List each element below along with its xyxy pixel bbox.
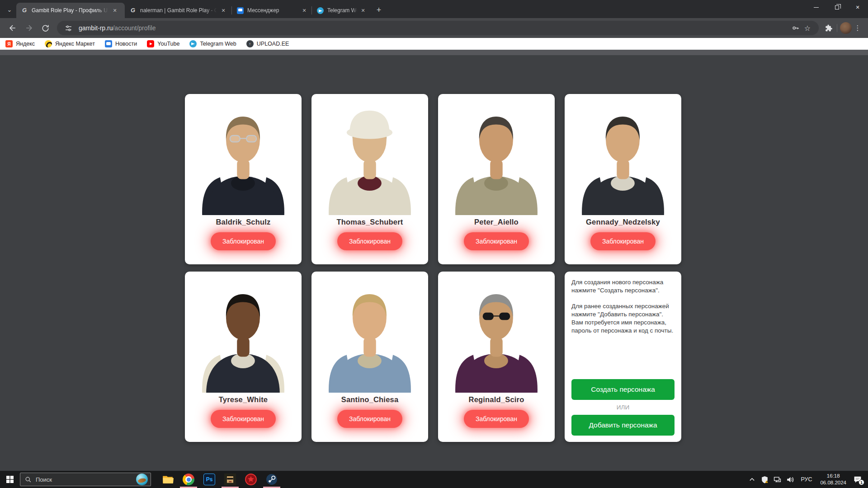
yandex-icon: Я xyxy=(5,40,13,47)
tray-chevron-icon[interactable] xyxy=(746,473,757,486)
bookmark-telegram-web[interactable]: Telegram Web xyxy=(189,40,236,47)
tab-gambit-profile[interactable]: G Gambit Role Play - Профиль U ✕ xyxy=(16,3,125,18)
info-paragraph-2: Для ранее созданных персонажей нажмите "… xyxy=(571,302,675,335)
close-window-button[interactable]: ✕ xyxy=(847,0,868,14)
bookmark-youtube[interactable]: YouTube xyxy=(147,40,179,47)
bookmark-label: Яндекс xyxy=(16,41,35,47)
browser-window: ⌄ G Gambit Role Play - Профиль U ✕ G nal… xyxy=(0,0,868,488)
tab-title: Мессенджер xyxy=(247,7,298,14)
bookmark-news[interactable]: Новости xyxy=(105,40,137,47)
date: 06.08.2024 xyxy=(820,480,846,485)
restore-button[interactable] xyxy=(826,0,847,14)
extensions-puzzle-icon[interactable] xyxy=(822,22,834,34)
bookmark-yandex[interactable]: Я Яндекс xyxy=(5,40,35,47)
tab-close-icon[interactable]: ✕ xyxy=(220,7,227,14)
tab-strip-chevron-icon[interactable]: ⌄ xyxy=(4,3,15,16)
forward-icon[interactable] xyxy=(22,21,36,35)
tab-title: Gambit Role Play - Профиль U xyxy=(32,7,108,14)
tab-messenger[interactable]: Мессенджер ✕ xyxy=(232,3,311,18)
character-portrait xyxy=(186,94,300,215)
blocked-status-button[interactable]: Заблокирован xyxy=(337,232,402,250)
defender-shield-icon[interactable] xyxy=(759,473,770,486)
character-name: Gennady_Nedzelsky xyxy=(586,218,660,226)
back-icon[interactable] xyxy=(6,21,19,35)
character-name: Tyrese_White xyxy=(219,395,268,404)
tab-close-icon[interactable]: ✕ xyxy=(360,7,366,14)
blocked-status-button[interactable]: Заблокирован xyxy=(337,410,402,428)
photoshop-icon[interactable]: Ps xyxy=(199,471,220,488)
gta-sa-icon[interactable] xyxy=(220,471,241,488)
red-game-icon[interactable] xyxy=(241,471,261,488)
character-cards-grid: Baldrik_Schulz Заблокирован xyxy=(185,94,681,442)
new-tab-button[interactable]: + xyxy=(373,4,385,16)
character-card: Reginald_Sciro Заблокирован xyxy=(438,272,555,442)
character-card: Tyrese_White Заблокирован xyxy=(185,272,302,442)
file-explorer-icon[interactable] xyxy=(157,471,178,488)
blocked-status-button[interactable]: Заблокирован xyxy=(590,232,656,250)
blocked-status-button[interactable]: Заблокирован xyxy=(211,410,276,428)
character-name: Reginald_Sciro xyxy=(469,395,524,404)
tab-title: Telegram Web xyxy=(327,7,357,14)
character-name: Baldrik_Schulz xyxy=(216,218,270,226)
search-icon xyxy=(25,476,32,483)
character-portrait xyxy=(439,272,553,393)
language-indicator[interactable]: РУС xyxy=(797,476,816,483)
notifications-icon[interactable]: 1 xyxy=(851,473,864,486)
bookmarks-bar: Я Яндекс Яндекс Маркет Новости YouTube T… xyxy=(0,38,868,50)
character-card: Gennady_Nedzelsky Заблокирован xyxy=(565,94,681,264)
bookmark-label: Telegram Web xyxy=(200,41,236,47)
profile-avatar[interactable] xyxy=(840,22,852,34)
chrome-icon[interactable] xyxy=(178,471,199,488)
url-text[interactable]: gambit-rp.ru/account/profile xyxy=(79,24,790,32)
tab-strip: ⌄ G Gambit Role Play - Профиль U ✕ G nal… xyxy=(0,0,868,18)
character-card: Thomas_Schubert Заблокирован xyxy=(311,94,428,264)
minimize-button[interactable] xyxy=(806,0,826,14)
character-name: Peter_Aiello xyxy=(474,218,519,226)
character-card: Peter_Aiello Заблокирован xyxy=(438,94,555,264)
create-character-panel: Для создания нового персонажа нажмите "С… xyxy=(565,272,681,442)
character-card: Santino_Chiesa Заблокирован xyxy=(311,272,428,442)
steam-icon[interactable] xyxy=(261,471,282,488)
blocked-status-button[interactable]: Заблокирован xyxy=(464,232,529,250)
start-button[interactable] xyxy=(0,471,20,488)
tab-gambit-nalerman[interactable]: G nalerman | Gambit Role Play - G ✕ xyxy=(125,3,231,18)
bookmark-upload-ee[interactable]: ↑ UPLOAD.EE xyxy=(246,40,289,47)
network-icon[interactable] xyxy=(772,473,783,486)
page-top-strip xyxy=(0,50,868,55)
windows-taskbar: Поиск Ps xyxy=(0,471,868,488)
tab-telegram-web[interactable]: Telegram Web ✕ xyxy=(312,3,370,18)
blocked-status-button[interactable]: Заблокирован xyxy=(464,410,529,428)
character-portrait xyxy=(186,272,300,393)
character-name: Thomas_Schubert xyxy=(337,218,403,226)
address-bar[interactable]: gambit-rp.ru/account/profile ☆ xyxy=(57,21,819,35)
gambit-favicon-icon: G xyxy=(129,7,137,14)
clock[interactable]: 16:18 06.08.2024 xyxy=(817,473,849,486)
taskbar-search-input[interactable]: Поиск xyxy=(20,473,151,486)
character-portrait xyxy=(313,94,427,215)
site-settings-icon[interactable] xyxy=(62,22,74,34)
reload-icon[interactable] xyxy=(38,21,52,35)
create-character-button[interactable]: Создать персонажа xyxy=(571,379,675,400)
tab-close-icon[interactable]: ✕ xyxy=(111,7,118,14)
yandex-market-icon xyxy=(45,40,52,47)
time: 16:18 xyxy=(827,473,840,479)
character-portrait xyxy=(566,94,680,215)
volume-icon[interactable] xyxy=(784,473,795,486)
add-character-button[interactable]: Добавить персонажа xyxy=(571,415,675,436)
bookmark-yandex-market[interactable]: Яндекс Маркет xyxy=(45,40,95,47)
search-highlight-icon[interactable] xyxy=(136,474,148,485)
menu-kebab-icon[interactable]: ⋮ xyxy=(852,24,863,32)
character-card: Baldrik_Schulz Заблокирован xyxy=(185,94,302,264)
password-key-icon[interactable] xyxy=(790,22,802,34)
character-name: Santino_Chiesa xyxy=(341,395,399,404)
bookmark-star-icon[interactable]: ☆ xyxy=(802,22,813,34)
character-portrait xyxy=(313,272,427,393)
blocked-status-button[interactable]: Заблокирован xyxy=(211,232,276,250)
notification-count-badge: 1 xyxy=(859,479,864,485)
upload-ee-icon: ↑ xyxy=(246,40,254,47)
character-portrait xyxy=(439,94,553,215)
bookmark-label: Новости xyxy=(115,41,137,47)
bookmark-label: UPLOAD.EE xyxy=(257,41,289,47)
tab-close-icon[interactable]: ✕ xyxy=(301,7,308,14)
window-controls: ✕ xyxy=(806,0,868,14)
